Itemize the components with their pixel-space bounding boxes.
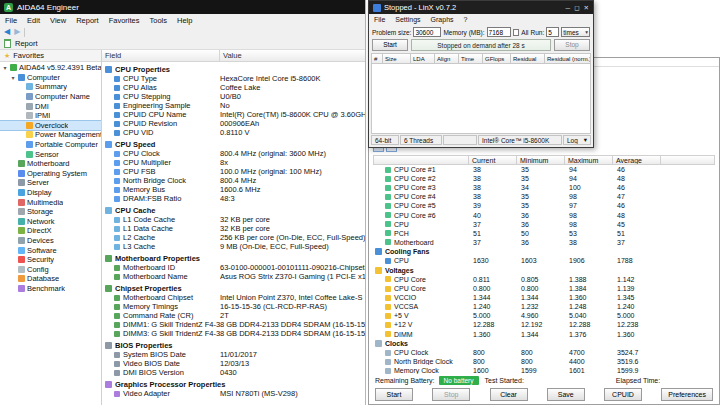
sidebar-item-overclock[interactable]: Overclock xyxy=(0,121,101,131)
sidebar-item-summary[interactable]: Summary xyxy=(0,82,101,92)
sensor-row[interactable]: DIMM1.3601.3441.3761.360 xyxy=(373,330,715,339)
sidebar-item-config[interactable]: Config xyxy=(0,264,101,274)
sidebar-item-network[interactable]: Network xyxy=(0,217,101,227)
sidebar-item-computer-name[interactable]: Computer Name xyxy=(0,92,101,102)
linx-column-header-num[interactable]: # xyxy=(371,53,383,64)
sidebar-item-operating-system[interactable]: Operating System xyxy=(0,169,101,179)
sensor-row[interactable]: CPU Core #539359746 xyxy=(373,201,715,210)
problem-size-input[interactable] xyxy=(413,27,441,37)
table-row[interactable]: Motherboard NameAsus ROG Strix Z370-I Ga… xyxy=(102,272,365,281)
status-segment-log[interactable]: Log▾ xyxy=(563,135,591,145)
table-row[interactable]: CPU TypeHexaCore Intel Core i5-8600K xyxy=(102,74,365,83)
menu-help[interactable]: Help xyxy=(172,16,197,25)
column-header-value[interactable]: Value xyxy=(220,50,365,61)
linx-column-header-size[interactable]: Size xyxy=(383,53,411,64)
run-unit-select[interactable]: times ▾ xyxy=(561,27,590,37)
back-icon[interactable]: ◀ xyxy=(4,27,10,37)
linx-column-header-residual[interactable]: Residual xyxy=(511,53,545,64)
stats-column-header-item[interactable] xyxy=(373,155,469,165)
table-row[interactable]: North Bridge Clock800.4 MHz xyxy=(102,176,365,185)
expand-arrow-icon[interactable]: ▾ xyxy=(2,64,8,71)
stats-column-header-maximum[interactable]: Maximum xyxy=(565,155,613,165)
sidebar-item-benchmark[interactable]: Benchmark xyxy=(0,284,101,294)
linx-menu-graphs[interactable]: Graphs xyxy=(426,16,459,23)
table-row[interactable]: DIMM1: G Skill TridentZ F4-3...8 GB DDR4… xyxy=(102,320,365,329)
table-row[interactable]: CPU FSB100.0 MHz (original: 100 MHz) xyxy=(102,167,365,176)
table-row[interactable]: CPUID Revision000906EAh xyxy=(102,119,365,128)
forward-icon[interactable]: ▶ xyxy=(14,27,20,37)
all-checkbox[interactable] xyxy=(513,29,520,36)
table-row[interactable]: DIMM3: G Skill TridentZ F4-3...8 GB DDR4… xyxy=(102,329,365,338)
sensor-row[interactable]: CPU Core0.8000.8001.3841.139 xyxy=(373,284,715,293)
sidebar-item-server[interactable]: Server xyxy=(0,178,101,188)
sidebar-item-ipmi[interactable]: IPMI xyxy=(0,111,101,121)
sidebar-item-power-management[interactable]: Power Management xyxy=(0,130,101,140)
table-row[interactable]: L1 Data Cache32 KB per core xyxy=(102,224,365,233)
table-row[interactable]: Video AdapterMSI N780Ti (MS-V298) xyxy=(102,389,365,398)
memory-input[interactable] xyxy=(487,27,511,37)
linx-menu-file[interactable]: File xyxy=(369,16,390,23)
table-row[interactable]: L2 Cache256 KB per core (On-Die, ECC, Fu… xyxy=(102,233,365,242)
start-button[interactable]: Start xyxy=(375,388,413,401)
maximize-icon[interactable]: ◻ xyxy=(574,4,579,12)
column-header-field[interactable]: Field xyxy=(102,50,220,61)
cpuid-button[interactable]: CPUID xyxy=(604,388,642,401)
linx-stop-button[interactable]: Stop xyxy=(554,39,590,51)
sidebar-item-computer[interactable]: ▾Computer xyxy=(0,73,101,83)
table-row[interactable]: DRAM:FSB Ratio48:3 xyxy=(102,194,365,203)
linx-column-header-lda[interactable]: LDA xyxy=(411,53,435,64)
sensor-row[interactable]: CPU Core #238359448 xyxy=(373,174,715,183)
table-row[interactable]: L1 Code Cache32 KB per core xyxy=(102,215,365,224)
menu-report[interactable]: Report xyxy=(71,16,104,25)
sensor-row[interactable]: CPU Core #138359446 xyxy=(373,165,715,174)
linx-column-header-time[interactable]: Time xyxy=(459,53,483,64)
sensor-row[interactable]: CPU37369845 xyxy=(373,220,715,229)
linx-start-button[interactable]: Start xyxy=(372,39,408,51)
table-row[interactable]: CPU SteppingU0/B0 xyxy=(102,92,365,101)
clear-button[interactable]: Clear xyxy=(490,388,528,401)
sensor-row[interactable]: +5 V5.0004.9605.0405.000 xyxy=(373,311,715,320)
menu-view[interactable]: View xyxy=(45,16,71,25)
preferences-button[interactable]: Preferences xyxy=(661,388,713,401)
table-row[interactable]: CPU VID0.8110 V xyxy=(102,128,365,137)
sensor-row[interactable]: CPU Core #438359847 xyxy=(373,192,715,201)
sidebar-tab-favorites[interactable]: ★ Favorites xyxy=(0,50,101,62)
stats-column-header-average[interactable]: Average xyxy=(613,155,661,165)
sensor-row[interactable]: PCH51505351 xyxy=(373,229,715,238)
table-row[interactable]: Motherboard ID63-0100-000001-00101111-09… xyxy=(102,263,365,272)
linx-column-header-gflops[interactable]: GFlops xyxy=(483,53,511,64)
linx-column-header-residual-norm[interactable]: Residual (norm.) xyxy=(545,53,591,64)
run-count-input[interactable] xyxy=(546,27,559,37)
table-row[interactable]: Memory Timings16-15-15-36 (CL-RCD-RP-RAS… xyxy=(102,302,365,311)
stop-button[interactable]: Stop xyxy=(432,388,470,401)
stats-column-header-current[interactable]: Current xyxy=(469,155,517,165)
sensor-row[interactable]: CPU Core #640369848 xyxy=(373,210,715,219)
sensor-row[interactable]: CPU Clock80080047003524.7 xyxy=(373,348,715,357)
table-row[interactable]: Video BIOS Date12/03/13 xyxy=(102,359,365,368)
sidebar-item-sensor[interactable]: Sensor xyxy=(0,149,101,159)
sidebar-item-aida64-v5-92-4391-beta[interactable]: ▾AIDA64 v5.92.4391 Beta xyxy=(0,63,101,73)
sidebar-item-motherboard[interactable]: Motherboard xyxy=(0,159,101,169)
minimize-icon[interactable]: ─ xyxy=(566,4,571,12)
sensor-row[interactable]: CPU1630160319061788 xyxy=(373,256,715,265)
sidebar-item-multimedia[interactable]: Multimedia xyxy=(0,197,101,207)
table-row[interactable]: L3 Cache9 MB (On-Die, ECC, Full-Speed) xyxy=(102,242,365,251)
sensor-row[interactable]: Motherboard37363837 xyxy=(373,238,715,247)
table-row[interactable]: Command Rate (CR)2T xyxy=(102,311,365,320)
table-row[interactable]: System BIOS Date11/01/2017 xyxy=(102,350,365,359)
sensor-row[interactable]: CPU Core #3383410046 xyxy=(373,183,715,192)
linx-menu-item[interactable]: ? xyxy=(459,16,473,23)
sensor-row[interactable]: VCCSA1.2401.2321.2481.240 xyxy=(373,302,715,311)
sidebar-item-portable-computer[interactable]: Portable Computer xyxy=(0,140,101,150)
sidebar-item-software[interactable]: Software xyxy=(0,245,101,255)
expand-arrow-icon[interactable]: ▾ xyxy=(10,74,16,81)
sidebar-item-database[interactable]: Database xyxy=(0,274,101,284)
menu-favorites[interactable]: Favorites xyxy=(104,16,145,25)
menu-file[interactable]: File xyxy=(0,16,22,25)
table-row[interactable]: CPU Clock800.4 MHz (original: 3600 MHz) xyxy=(102,149,365,158)
save-button[interactable]: Save xyxy=(547,388,585,401)
report-button[interactable]: Report xyxy=(15,39,38,48)
aida64-titlebar[interactable]: A AIDA64 Engineer xyxy=(0,0,365,14)
sidebar-item-storage[interactable]: Storage xyxy=(0,207,101,217)
table-row[interactable]: Engineering SampleNo xyxy=(102,101,365,110)
